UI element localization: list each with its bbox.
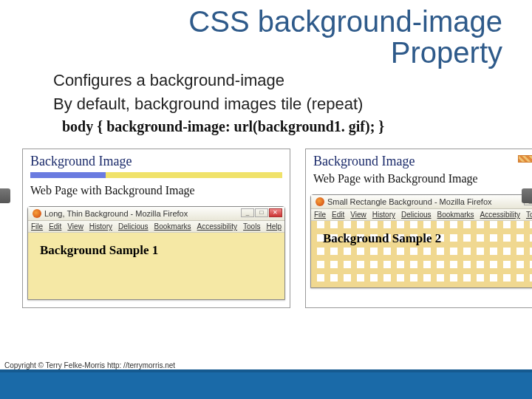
bullet-1: Configures a background-image [53, 71, 488, 90]
menu-bookmarks[interactable]: Bookmarks [154, 222, 191, 231]
slide-title: CSS background-image Property [0, 0, 532, 68]
examples-row: Background Image Web Page with Backgroun… [0, 141, 532, 308]
browser-content: Background Sample 1 [28, 233, 284, 299]
bullet-list: Configures a background-image By default… [0, 71, 532, 114]
example-swatch-small-rect [518, 155, 532, 163]
browser-menubar: File Edit View History Delicious Bookmar… [311, 209, 532, 221]
browser-titlebar: Long, Thin Background - Mozilla Firefox … [28, 207, 284, 221]
menu-edit[interactable]: Edit [49, 222, 61, 231]
browser-content: Background Sample 2 [311, 221, 532, 287]
next-slide-button[interactable] [522, 188, 532, 203]
example-subheading: Web Page with Background Image [23, 183, 290, 203]
maximize-button[interactable]: □ [255, 208, 268, 217]
browser-window: Long, Thin Background - Mozilla Firefox … [27, 206, 285, 300]
window-buttons: _ □ ✕ [241, 208, 282, 217]
menu-view[interactable]: View [350, 211, 366, 219]
browser-window: Small Rectangle Background - Mozilla Fir… [310, 194, 532, 288]
example-left: Background Image Web Page with Backgroun… [22, 149, 290, 308]
example-right: Background Image Web Page with Backgroun… [305, 149, 532, 308]
menu-tools[interactable]: Tools [526, 211, 532, 219]
menu-accessibility[interactable]: Accessibility [197, 222, 237, 231]
menu-edit[interactable]: Edit [332, 211, 344, 219]
title-line1: CSS background-image [188, 5, 502, 38]
menu-history[interactable]: History [372, 211, 395, 219]
firefox-icon [33, 209, 41, 218]
example-swatch-long-thin [30, 172, 282, 178]
menu-bookmarks[interactable]: Bookmarks [437, 211, 474, 219]
prev-slide-button[interactable] [0, 188, 10, 203]
menu-tools[interactable]: Tools [243, 222, 260, 231]
sample-heading: Background Sample 1 [40, 243, 276, 258]
menu-delicious[interactable]: Delicious [401, 211, 432, 219]
example-subheading: Web Page with Background Image [306, 171, 532, 191]
sample-heading: Background Sample 2 [323, 231, 532, 246]
menu-file[interactable]: File [31, 222, 43, 231]
browser-menubar: File Edit View History Delicious Bookmar… [28, 221, 284, 233]
footer-bar [0, 372, 532, 399]
firefox-icon [316, 197, 324, 206]
browser-title: Long, Thin Background - Mozilla Firefox [44, 209, 188, 218]
code-example: body { background-image: url(background1… [0, 118, 532, 135]
menu-file[interactable]: File [314, 211, 326, 219]
menu-accessibility[interactable]: Accessibility [480, 211, 520, 219]
menu-view[interactable]: View [67, 222, 83, 231]
bullet-2: By default, background images tile (repe… [53, 95, 488, 114]
minimize-button[interactable]: _ [241, 208, 254, 217]
title-line2: Property [391, 36, 502, 69]
menu-history[interactable]: History [89, 222, 112, 231]
example-heading: Background Image [23, 149, 290, 171]
menu-delicious[interactable]: Delicious [118, 222, 149, 231]
menu-help[interactable]: Help [266, 222, 282, 231]
copyright-text: Copyright © Terry Felke-Morris http: //t… [4, 361, 175, 369]
browser-titlebar: Small Rectangle Background - Mozilla Fir… [311, 195, 532, 209]
close-button[interactable]: ✕ [269, 208, 282, 217]
example-heading: Background Image [306, 149, 420, 171]
browser-title: Small Rectangle Background - Mozilla Fir… [327, 197, 492, 206]
